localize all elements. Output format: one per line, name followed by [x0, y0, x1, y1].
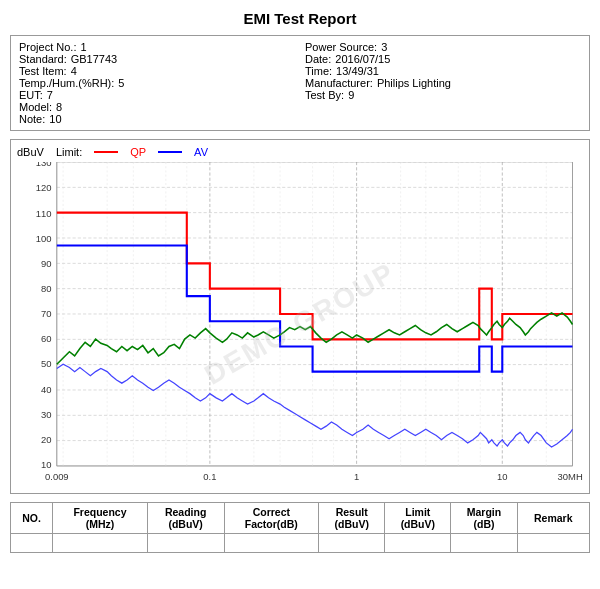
- chart-container: dBuV Limit: QP AV DEMO GROUP: [10, 139, 590, 494]
- legend-qp-line: [94, 151, 118, 153]
- table-header-row: NO. Frequency (MHz) Reading (dBuV) Corre…: [11, 502, 590, 533]
- col-reading: Reading (dBuV): [147, 502, 224, 533]
- svg-text:10: 10: [497, 471, 507, 482]
- svg-text:130: 130: [36, 162, 52, 168]
- col-remark: Remark: [517, 502, 589, 533]
- label-power: Power Source:: [305, 41, 377, 53]
- result-table: NO. Frequency (MHz) Reading (dBuV) Corre…: [10, 502, 590, 553]
- info-section: Project No.:1 Standard:GB17743 Test Item…: [10, 35, 590, 131]
- info-right: Power Source:3 Date:2016/07/15 Time:13/4…: [305, 41, 581, 125]
- label-standard: Standard:: [19, 53, 67, 65]
- col-limit: Limit (dBuV): [385, 502, 451, 533]
- value-model: 8: [56, 101, 62, 113]
- svg-text:70: 70: [41, 308, 51, 319]
- label-testby: Test By:: [305, 89, 344, 101]
- label-eut: EUT:: [19, 89, 43, 101]
- legend-av-line: [158, 151, 182, 153]
- chart-svg: 130 120 110 100 90 80 70 60 50 40 30 20 …: [17, 162, 583, 487]
- label-temp: Temp./Hum.(%RH):: [19, 77, 114, 89]
- svg-text:120: 120: [36, 182, 52, 193]
- legend-av-text: AV: [194, 146, 208, 158]
- value-note: 10: [49, 113, 61, 125]
- svg-text:1: 1: [354, 471, 359, 482]
- svg-text:0.1: 0.1: [203, 471, 216, 482]
- ylabel-label: dBuV: [17, 146, 44, 158]
- value-testby: 9: [348, 89, 354, 101]
- info-left: Project No.:1 Standard:GB17743 Test Item…: [19, 41, 295, 125]
- svg-text:30: 30: [41, 409, 51, 420]
- label-time: Time:: [305, 65, 332, 77]
- svg-text:20: 20: [41, 434, 51, 445]
- svg-text:10: 10: [41, 459, 51, 470]
- label-model: Model:: [19, 101, 52, 113]
- page-title: EMI Test Report: [10, 10, 590, 27]
- value-temp: 5: [118, 77, 124, 89]
- label-note: Note:: [19, 113, 45, 125]
- value-standard: GB17743: [71, 53, 117, 65]
- label-date: Date:: [305, 53, 331, 65]
- col-margin: Margin (dB): [451, 502, 517, 533]
- limit-label: Limit:: [56, 146, 82, 158]
- svg-text:40: 40: [41, 384, 51, 395]
- svg-text:50: 50: [41, 358, 51, 369]
- legend-qp-text: QP: [130, 146, 146, 158]
- value-testitem: 4: [71, 65, 77, 77]
- table-empty-row: [11, 533, 590, 552]
- value-project: 1: [80, 41, 86, 53]
- svg-text:110: 110: [36, 208, 52, 219]
- value-manufacturer: Philips Lighting: [377, 77, 451, 89]
- value-date: 2016/07/15: [335, 53, 390, 65]
- col-result: Result (dBuV): [319, 502, 385, 533]
- col-no: NO.: [11, 502, 53, 533]
- svg-text:30MHz: 30MHz: [558, 471, 583, 482]
- chart-area: DEMO GROUP: [17, 162, 583, 487]
- label-manufacturer: Manufacturer:: [305, 77, 373, 89]
- value-time: 13/49/31: [336, 65, 379, 77]
- value-power: 3: [381, 41, 387, 53]
- col-frequency: Frequency (MHz): [53, 502, 148, 533]
- svg-text:60: 60: [41, 333, 51, 344]
- label-testitem: Test Item:: [19, 65, 67, 77]
- svg-text:100: 100: [36, 233, 52, 244]
- label-project: Project No.:: [19, 41, 76, 53]
- col-correct: Correct Factor(dB): [224, 502, 319, 533]
- svg-text:90: 90: [41, 258, 51, 269]
- value-eut: 7: [47, 89, 53, 101]
- svg-text:0.009: 0.009: [45, 471, 69, 482]
- svg-text:80: 80: [41, 283, 51, 294]
